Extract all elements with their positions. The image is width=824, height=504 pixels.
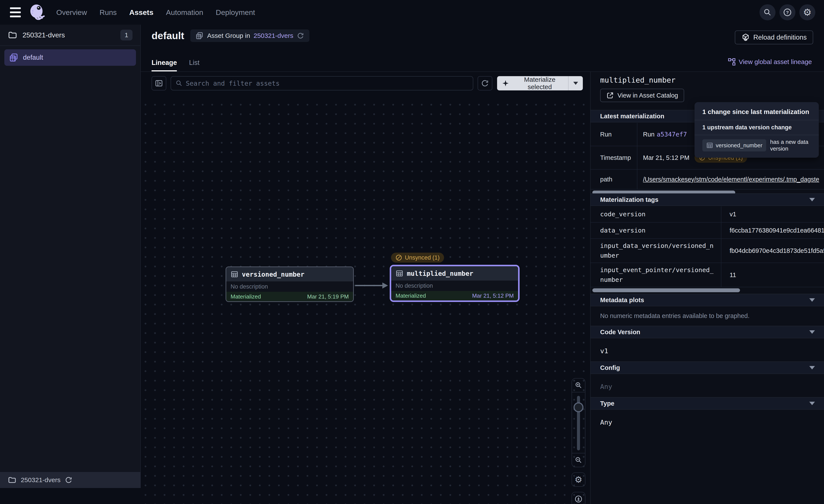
table-icon xyxy=(230,270,238,278)
view-in-catalog-button[interactable]: View in Asset Catalog xyxy=(600,89,684,102)
row-label: Timestamp xyxy=(591,146,637,169)
footer-group-name: 250321-dvers xyxy=(21,476,61,484)
horizontal-scrollbar[interactable] xyxy=(592,288,740,292)
asset-group-chip[interactable]: Asset Group in 250321-dvers xyxy=(190,29,309,42)
config-value: Any xyxy=(600,383,612,390)
code-version-value: v1 xyxy=(600,347,608,355)
svg-text:?: ? xyxy=(786,10,789,15)
chevron-down-icon[interactable] xyxy=(573,82,578,85)
zoom-out-icon xyxy=(575,456,583,464)
tag-key: data_version xyxy=(591,223,721,238)
view-global-lineage-link[interactable]: View global asset lineage xyxy=(728,58,812,66)
refresh-icon[interactable] xyxy=(297,32,304,39)
materialization-timestamp[interactable]: Mar 21, 5:12 PM xyxy=(472,292,514,299)
tab-list[interactable]: List xyxy=(189,59,199,72)
group-name: 250321-dvers xyxy=(22,31,65,39)
section-config[interactable]: Config xyxy=(591,361,824,374)
reload-cube-icon xyxy=(741,33,750,42)
tag-key: input_event_pointer/versioned_number xyxy=(591,263,721,287)
graph-dot-grid xyxy=(141,100,590,504)
menu-icon[interactable] xyxy=(9,4,25,20)
chevron-down-icon[interactable] xyxy=(809,298,815,302)
asset-node-multiplied-number[interactable]: multiplied_number No description Materia… xyxy=(390,265,520,302)
panel-collapse-icon xyxy=(155,79,163,87)
download-graph-button[interactable] xyxy=(572,492,586,504)
table-row: data_version f6ccba1776380941e9cd1ea6648… xyxy=(591,223,824,239)
asset-node-versioned-number[interactable]: versioned_number No description Material… xyxy=(226,266,354,302)
group-count-badge: 1 xyxy=(120,30,132,40)
materialization-timestamp[interactable]: Mar 21, 5:19 PM xyxy=(307,293,349,300)
search-input[interactable] xyxy=(186,80,469,87)
section-metadata-plots[interactable]: Metadata plots xyxy=(591,294,824,306)
reload-definitions-button[interactable]: Reload definitions xyxy=(735,30,813,44)
run-id-link[interactable]: a5347ef7 xyxy=(657,131,687,138)
asset-name: versioned_number xyxy=(242,271,304,278)
top-nav: Overview Runs Assets Automation Deployme… xyxy=(0,0,824,25)
sparkle-icon xyxy=(502,80,509,87)
sidebar-footer[interactable]: 250321-dvers xyxy=(0,472,141,488)
settings-button[interactable]: ⚙ xyxy=(799,4,815,20)
nav-actions: ? ⚙ xyxy=(759,4,815,20)
unsynced-badge[interactable]: Unsynced (1) xyxy=(391,253,444,263)
path-link[interactable]: /Users/smackesey/stm/code/elementl/exper… xyxy=(643,176,819,183)
section-materialization-tags[interactable]: Materialization tags xyxy=(591,194,824,206)
table-icon xyxy=(396,269,403,277)
upstream-asset-name: versioned_number xyxy=(716,142,762,149)
table-row: input_event_pointer/versioned_number 11 xyxy=(591,263,824,287)
materialization-tags-table: code_version v1 data_version f6ccba17763… xyxy=(591,206,824,287)
asset-description: No description xyxy=(226,281,353,292)
chevron-down-icon[interactable] xyxy=(809,366,815,369)
sync-slash-icon xyxy=(395,254,402,261)
selected-asset-title: multiplied_number xyxy=(600,76,676,84)
lineage-graph-canvas[interactable]: Materialize selected Unsynced (1) versio… xyxy=(141,72,590,504)
asset-search xyxy=(171,76,473,91)
nav-item-automation[interactable]: Automation xyxy=(166,8,203,17)
zoom-in-button[interactable] xyxy=(572,379,585,392)
tag-value: v1 xyxy=(721,206,824,222)
section-title: Config xyxy=(600,364,620,371)
refresh-icon[interactable] xyxy=(65,476,73,484)
materialized-status: Materialized xyxy=(396,292,426,299)
help-button[interactable]: ? xyxy=(780,4,796,20)
page-title: default xyxy=(151,30,184,41)
tag-key: input_data_version/versioned_number xyxy=(591,239,721,263)
refresh-graph-button[interactable] xyxy=(478,76,492,91)
button-divider xyxy=(568,76,569,91)
search-button[interactable] xyxy=(759,4,776,20)
tooltip-subheading: 1 upstream data version change xyxy=(695,120,819,135)
zoom-in-icon xyxy=(575,381,583,389)
reload-label: Reload definitions xyxy=(753,33,807,41)
chevron-down-icon[interactable] xyxy=(809,330,815,334)
zoom-out-button[interactable] xyxy=(572,453,585,467)
chevron-down-icon[interactable] xyxy=(809,198,815,202)
change-tooltip: 1 change since last materialization 1 up… xyxy=(695,102,819,158)
chip-group-link[interactable]: 250321-dvers xyxy=(253,32,293,39)
chevron-down-icon[interactable] xyxy=(809,402,815,405)
materialize-selected-button[interactable]: Materialize selected xyxy=(497,76,583,91)
materialized-status: Materialized xyxy=(230,293,261,300)
nav-item-deployment[interactable]: Deployment xyxy=(216,8,255,17)
graph-settings-button[interactable]: ⚙ xyxy=(572,473,586,487)
sidebar-group-row[interactable]: 250321-dvers 1 xyxy=(0,25,140,46)
section-type[interactable]: Type xyxy=(591,397,824,410)
upstream-asset-chip[interactable]: versioned_number xyxy=(702,139,766,151)
tag-value: 11 xyxy=(721,263,824,287)
collapse-panel-button[interactable] xyxy=(151,76,166,91)
search-icon xyxy=(763,8,772,17)
row-label: path xyxy=(591,169,637,189)
dagster-logo[interactable] xyxy=(28,3,46,22)
zoom-slider-knob[interactable] xyxy=(574,402,584,412)
gear-icon: ⚙ xyxy=(575,475,583,484)
arrow-head-icon xyxy=(382,282,388,288)
section-title: Latest materialization xyxy=(600,113,664,120)
table-row: code_version v1 xyxy=(591,206,824,223)
nav-item-assets[interactable]: Assets xyxy=(129,8,153,17)
nav-item-runs[interactable]: Runs xyxy=(100,8,117,17)
chip-prefix: Asset Group in xyxy=(207,32,250,39)
section-code-version[interactable]: Code Version xyxy=(591,326,824,338)
tab-lineage[interactable]: Lineage xyxy=(151,59,177,72)
type-value: Any xyxy=(600,418,612,426)
sidebar-item-default[interactable]: default xyxy=(4,49,136,66)
page-header: default Asset Group in 250321-dvers xyxy=(141,25,824,72)
nav-item-overview[interactable]: Overview xyxy=(56,8,87,17)
